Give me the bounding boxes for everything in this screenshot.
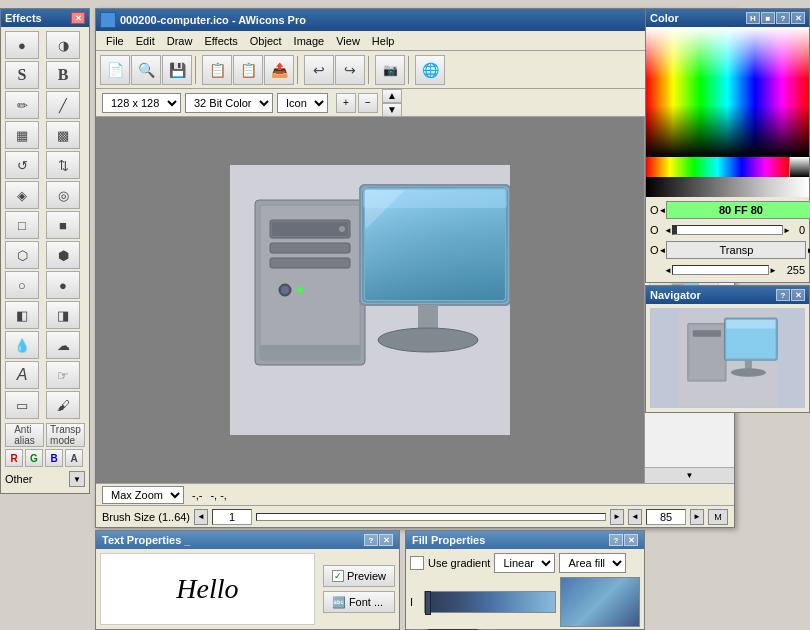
color-alpha-right-arrow[interactable]: ► — [769, 266, 777, 275]
smudge-tool[interactable]: ☁ — [46, 331, 80, 359]
anti-alias-btn[interactable]: Antialias — [5, 423, 44, 447]
move-right-btn[interactable]: − — [358, 93, 378, 113]
paste-btn[interactable]: 📋 — [233, 55, 263, 85]
target-tool[interactable]: ◎ — [46, 181, 80, 209]
color-bw-bar[interactable] — [789, 157, 809, 177]
color-value-slider[interactable] — [672, 225, 783, 235]
move-up-btn[interactable]: + — [336, 93, 356, 113]
menu-effects[interactable]: Effects — [198, 33, 243, 49]
b-tool[interactable]: B — [46, 61, 80, 89]
pencil-tool[interactable]: ✏ — [5, 91, 39, 119]
size-selector[interactable]: 128 x 128 — [102, 93, 181, 113]
transp-mode-btn[interactable]: Transpmode — [46, 423, 85, 447]
redo-btn[interactable]: ↪ — [335, 55, 365, 85]
view-mode-selector[interactable]: Icon — [277, 93, 328, 113]
brush-tool[interactable]: 🖌 — [46, 391, 80, 419]
color-slider-right-arrow[interactable]: ► — [783, 226, 791, 235]
brush-value-input[interactable]: 1 — [212, 509, 252, 525]
color-green-input[interactable]: 80 FF 80 — [666, 201, 810, 219]
new-btn[interactable]: 📄 — [100, 55, 130, 85]
x-value-input[interactable]: 85 — [646, 509, 686, 525]
color-transp-input[interactable]: Transp — [666, 241, 806, 259]
rect-filled-tool[interactable]: ■ — [46, 211, 80, 239]
color-circle-tool[interactable]: ◑ — [46, 31, 80, 59]
hand-tool[interactable]: ☞ — [46, 361, 80, 389]
export-btn[interactable]: 📤 — [264, 55, 294, 85]
diamond-tool[interactable]: ◈ — [5, 181, 39, 209]
pattern2-tool[interactable]: ▩ — [46, 121, 80, 149]
undo-btn[interactable]: ↩ — [304, 55, 334, 85]
camera-btn[interactable]: 📷 — [375, 55, 405, 85]
refresh-tool[interactable]: ↺ — [5, 151, 39, 179]
menu-help[interactable]: Help — [366, 33, 401, 49]
circle-empty-tool[interactable]: ○ — [5, 271, 39, 299]
effects-panel-close[interactable]: ✕ — [71, 12, 85, 24]
zoom-selector[interactable]: Max Zoom — [102, 486, 184, 504]
color-transp-right-arrow[interactable]: ► — [806, 246, 810, 255]
brush-inc-btn[interactable]: ► — [610, 509, 624, 525]
color-panel-close-btn[interactable]: ✕ — [791, 12, 805, 24]
menu-object[interactable]: Object — [244, 33, 288, 49]
arrow-down-btn[interactable]: ▼ — [382, 103, 402, 117]
x-inc-btn[interactable]: ► — [690, 509, 704, 525]
fill-props-close-btn[interactable]: ✕ — [624, 534, 638, 546]
fill-type-selector[interactable]: Area fill — [559, 553, 626, 573]
line-tool[interactable]: ╱ — [46, 91, 80, 119]
color-transp-left-arrow[interactable]: ◄ — [659, 246, 667, 255]
hex-filled-tool[interactable]: ⬢ — [46, 241, 80, 269]
color-left-arrow[interactable]: ◄ — [659, 206, 667, 215]
arrow-up-btn[interactable]: ▲ — [382, 89, 402, 103]
s-tool[interactable]: S — [5, 61, 39, 89]
copy-btn[interactable]: 📋 — [202, 55, 232, 85]
gradient-handle-left[interactable] — [425, 591, 431, 615]
menu-view[interactable]: View — [330, 33, 366, 49]
text-props-help-btn[interactable]: ? — [364, 534, 378, 546]
dropper-tool[interactable]: 💧 — [5, 331, 39, 359]
gradient-bar[interactable] — [424, 591, 556, 613]
color-panel-btn1[interactable]: H — [746, 12, 760, 24]
color-gradient-picker[interactable] — [646, 27, 809, 157]
open-btn[interactable]: 🔍 — [131, 55, 161, 85]
canvas-content[interactable] — [96, 117, 644, 483]
pattern1-tool[interactable]: ▦ — [5, 121, 39, 149]
color-alpha-slider[interactable] — [672, 265, 769, 275]
color-panel-help-btn[interactable]: ? — [776, 12, 790, 24]
color-panel-btn2[interactable]: ■ — [761, 12, 775, 24]
preview-checkbox[interactable]: ✓ — [332, 570, 344, 582]
preview-btn[interactable]: ✓ Preview — [323, 565, 395, 587]
rect-empty-tool[interactable]: □ — [5, 211, 39, 239]
circle-filled-tool[interactable]: ● — [46, 271, 80, 299]
brush-slider[interactable] — [256, 513, 606, 521]
menu-image[interactable]: Image — [288, 33, 331, 49]
color-hue-bar[interactable] — [646, 157, 789, 177]
gradient-type-selector[interactable]: Linear — [494, 553, 555, 573]
blue-channel-btn[interactable]: B — [45, 449, 63, 467]
circle-shadow-tool[interactable]: ● — [5, 31, 39, 59]
color-grayscale-bar[interactable] — [646, 177, 809, 197]
use-gradient-checkbox[interactable] — [410, 556, 424, 570]
font-btn[interactable]: 🔤 Font ... — [323, 591, 395, 613]
swap-tool[interactable]: ⇅ — [46, 151, 80, 179]
half-rect-tool[interactable]: ◧ — [5, 301, 39, 329]
nav-help-btn[interactable]: ? — [776, 289, 790, 301]
eraser-tool[interactable]: ▭ — [5, 391, 39, 419]
web-btn[interactable]: 🌐 — [415, 55, 445, 85]
menu-edit[interactable]: Edit — [130, 33, 161, 49]
bit-depth-selector[interactable]: 32 Bit Color — [185, 93, 273, 113]
menu-file[interactable]: File — [100, 33, 130, 49]
color-alpha-left-arrow[interactable]: ◄ — [664, 266, 672, 275]
red-channel-btn[interactable]: R — [5, 449, 23, 467]
green-channel-btn[interactable]: G — [25, 449, 43, 467]
hex-empty-tool[interactable]: ⬡ — [5, 241, 39, 269]
nav-close-btn[interactable]: ✕ — [791, 289, 805, 301]
thumb-scroll-down[interactable]: ▼ — [645, 467, 734, 483]
brush-dec-btn[interactable]: ◄ — [194, 509, 208, 525]
text-props-close-btn[interactable]: ✕ — [379, 534, 393, 546]
save-btn[interactable]: 💾 — [162, 55, 192, 85]
menu-draw[interactable]: Draw — [161, 33, 199, 49]
x-dec-btn[interactable]: ◄ — [628, 509, 642, 525]
half-rect2-tool[interactable]: ◨ — [46, 301, 80, 329]
alpha-channel-btn[interactable]: A — [65, 449, 83, 467]
text-tool[interactable]: A — [5, 361, 39, 389]
fill-props-help-btn[interactable]: ? — [609, 534, 623, 546]
